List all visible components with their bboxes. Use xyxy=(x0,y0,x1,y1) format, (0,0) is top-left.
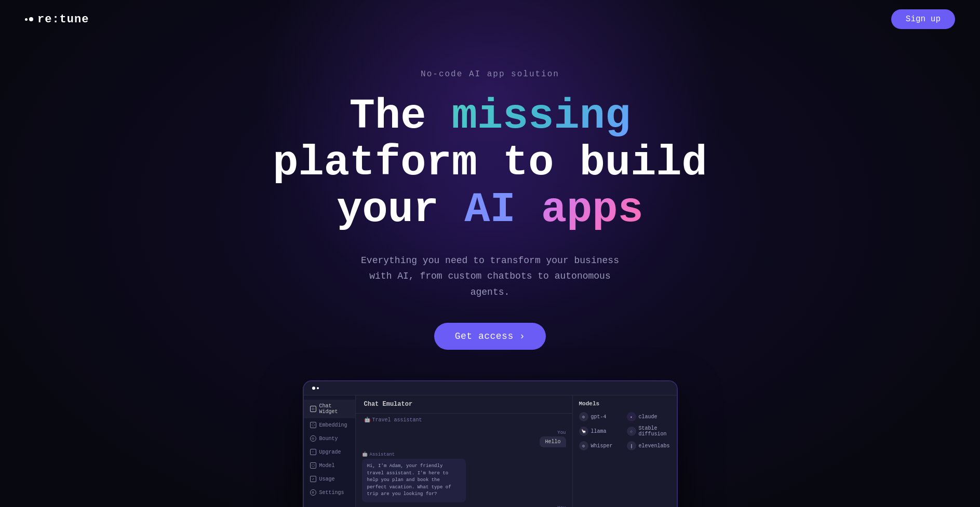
app-logo xyxy=(312,387,319,390)
models-grid: ⚙ gpt-4 ✦ claude 🦙 llama ○ Stable diffus… xyxy=(579,412,670,450)
stable-diffusion-icon: ○ xyxy=(627,427,636,436)
hero-title: The missing platform to build your AI ap… xyxy=(0,93,980,234)
assistant-label-text: Assistant xyxy=(370,452,395,457)
embedding-icon: ⬡ xyxy=(310,422,316,428)
logo-dot-2 xyxy=(29,17,33,21)
app-preview: ◻ Chat Widget ⬡ Embedding ◎ Bounty ↑ Upg… xyxy=(0,371,980,507)
hero-title-apps: apps xyxy=(516,186,643,234)
model-stable-diffusion-label: Stable diffusion xyxy=(639,426,670,437)
assistant-icon-2: 🤖 xyxy=(362,451,368,457)
model-gpt4[interactable]: ⚙ gpt-4 xyxy=(579,412,623,421)
chat-widget-icon: ◻ xyxy=(310,406,316,412)
app-logo-dot-2 xyxy=(317,387,319,389)
llama-icon: 🦙 xyxy=(579,427,588,436)
chat-header: Chat Emulator xyxy=(356,395,572,414)
msg-you-label-1: You xyxy=(362,430,566,435)
hero-section: No-code AI app solution The missing plat… xyxy=(0,38,980,371)
sidebar-item-label: Settings xyxy=(319,490,344,496)
chat-messages: You Hello 🤖 Assistant Hi, I'm Adam, your… xyxy=(356,426,572,507)
hero-title-your: your xyxy=(337,186,464,234)
app-topbar xyxy=(304,381,677,395)
bounty-icon: ◎ xyxy=(310,435,316,442)
signup-button[interactable]: Sign up xyxy=(891,9,955,29)
gpt4-icon: ⚙ xyxy=(579,412,588,421)
claude-icon: ✦ xyxy=(627,412,636,421)
model-whisper[interactable]: ⚙ Whisper xyxy=(579,441,623,450)
logo-text: re:tune xyxy=(37,13,89,26)
model-llama-label: llama xyxy=(591,429,607,434)
model-claude-label: claude xyxy=(639,414,657,420)
hero-title-ai: AI xyxy=(464,186,515,234)
sidebar-item-label: Chat Widget xyxy=(319,403,349,415)
model-elevenlabs-label: elevenlabs xyxy=(639,443,670,449)
model-llama[interactable]: 🦙 llama xyxy=(579,426,623,437)
hero-title-the: The xyxy=(350,92,452,141)
logo-icon xyxy=(25,17,33,21)
logo-dot-1 xyxy=(25,18,28,21)
sidebar-item-label: Upgrade xyxy=(319,449,341,455)
navbar: re:tune Sign up xyxy=(0,0,980,38)
settings-icon: ⚙ xyxy=(310,489,316,496)
logo: re:tune xyxy=(25,13,89,26)
app-sidebar: ◻ Chat Widget ⬡ Embedding ◎ Bounty ↑ Upg… xyxy=(304,395,356,507)
sidebar-item-chat-widget[interactable]: ◻ Chat Widget xyxy=(304,400,355,418)
hero-subtitle: No-code AI app solution xyxy=(0,70,980,79)
chat-emulator-title: Chat Emulator xyxy=(364,401,413,408)
sidebar-item-label: Embedding xyxy=(319,422,347,428)
app-body: ◻ Chat Widget ⬡ Embedding ◎ Bounty ↑ Upg… xyxy=(304,395,677,507)
hero-title-line3: your AI apps xyxy=(0,187,980,234)
assistant-icon: 🤖 xyxy=(364,417,370,423)
model-stable-diffusion[interactable]: ○ Stable diffusion xyxy=(627,426,670,437)
whisper-icon: ⚙ xyxy=(579,441,588,450)
hero-title-line1: The missing xyxy=(0,93,980,140)
msg-bubble-1: Hello xyxy=(540,436,566,447)
sidebar-item-usage[interactable]: ↗ Usage xyxy=(304,472,355,486)
get-access-button[interactable]: Get access › xyxy=(434,323,546,350)
model-gpt4-label: gpt-4 xyxy=(591,414,607,420)
usage-icon: ↗ xyxy=(310,476,316,482)
hero-description: Everything you need to transform your bu… xyxy=(360,253,620,300)
assistant-name: Travel assistant xyxy=(372,417,422,423)
model-whisper-label: Whisper xyxy=(591,443,613,449)
upgrade-icon: ↑ xyxy=(310,449,316,455)
sidebar-item-upgrade[interactable]: ↑ Upgrade xyxy=(304,445,355,459)
chat-assistant-label: 🤖 Travel assistant xyxy=(356,414,572,426)
sidebar-item-label: Usage xyxy=(319,476,335,482)
sidebar-item-bounty[interactable]: ◎ Bounty xyxy=(304,432,355,445)
elevenlabs-icon: ∥ xyxy=(627,441,636,450)
sidebar-item-label: Bounty xyxy=(319,436,338,442)
hero-title-line2: platform to build xyxy=(0,140,980,187)
app-chat: Chat Emulator 🤖 Travel assistant You Hel… xyxy=(356,395,573,507)
model-icon: ⬡ xyxy=(310,462,316,469)
app-logo-dot-1 xyxy=(312,387,315,390)
hero-title-missing: missing xyxy=(452,92,630,141)
msg-assistant-label-1: 🤖 Assistant xyxy=(362,451,566,457)
model-claude[interactable]: ✦ claude xyxy=(627,412,670,421)
app-window: ◻ Chat Widget ⬡ Embedding ◎ Bounty ↑ Upg… xyxy=(303,381,677,507)
sidebar-item-model[interactable]: ⬡ Model xyxy=(304,459,355,472)
model-elevenlabs[interactable]: ∥ elevenlabs xyxy=(627,441,670,450)
app-models: Models ⚙ gpt-4 ✦ claude 🦙 llama xyxy=(573,395,677,507)
models-title: Models xyxy=(579,401,670,407)
sidebar-item-settings[interactable]: ⚙ Settings xyxy=(304,486,355,499)
assistant-bubble-1: Hi, I'm Adam, your friendly travel assis… xyxy=(362,459,466,502)
sidebar-item-embedding[interactable]: ⬡ Embedding xyxy=(304,418,355,432)
sidebar-item-label: Model xyxy=(319,463,335,469)
